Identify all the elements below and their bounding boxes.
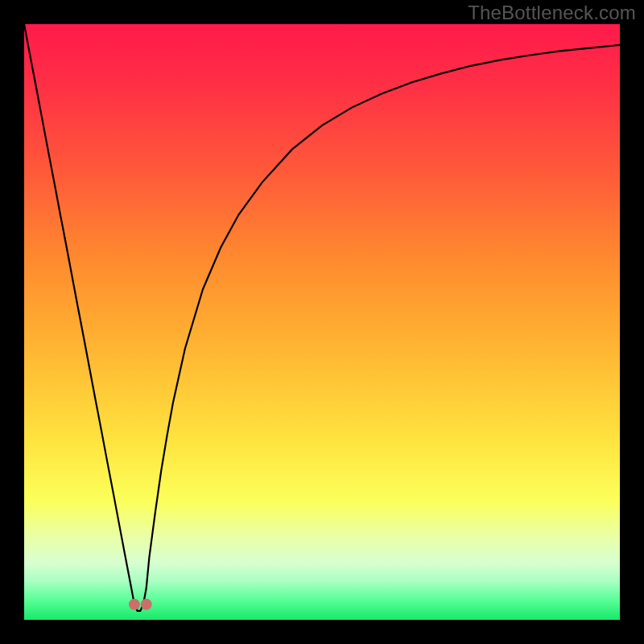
chart-frame: TheBottleneck.com (0, 0, 644, 644)
curve-marker (141, 599, 152, 610)
watermark-text: TheBottleneck.com (468, 2, 636, 24)
curve-marker (129, 599, 140, 610)
bottleneck-curve (24, 24, 620, 611)
curve-markers (129, 599, 152, 610)
plot-area (24, 24, 620, 620)
curve-layer (24, 24, 620, 620)
